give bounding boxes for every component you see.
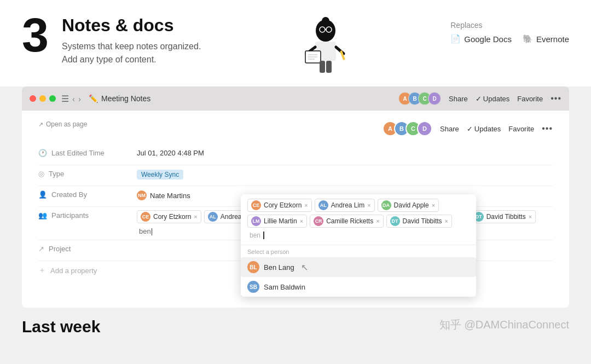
property-label-project: ↗ Project — [38, 244, 137, 253]
browser-actions: A B C D Share ✓ Updates Favorite ••• — [398, 92, 561, 105]
browser-title: ✏️ Meeting Notes — [89, 94, 150, 103]
tag-avatar: AL — [318, 200, 328, 210]
top-section: 3 Notes & docs Systems that keep notes o… — [0, 0, 591, 86]
remove-participant-icon[interactable]: × — [529, 213, 532, 220]
browser-page-title: Meeting Notes — [101, 94, 150, 103]
dropdown-tag-da[interactable]: DA David Apple × — [378, 199, 439, 212]
bottom-section: Last week 知乎 @DAMChinaConnect — [0, 308, 591, 346]
property-type: ◎ Type Weekly Sync — [38, 165, 553, 186]
content-share-button[interactable]: Share — [440, 125, 459, 133]
remove-icon[interactable]: × — [376, 218, 379, 224]
minimize-button[interactable] — [39, 95, 46, 102]
replaces-google-docs: 📄 Google Docs — [450, 34, 512, 44]
property-label-participants: 👥 Participants — [38, 210, 137, 219]
svg-point-4 — [322, 17, 329, 25]
remove-icon[interactable]: × — [367, 202, 370, 209]
content-updates-button[interactable]: ✓ Updates — [467, 125, 501, 133]
back-icon[interactable]: ‹ — [72, 94, 75, 103]
browser-avatar-group: A B C D — [398, 92, 441, 105]
property-label-type: ◎ Type — [38, 169, 137, 178]
close-button[interactable] — [30, 95, 36, 102]
text-cursor — [263, 232, 264, 239]
top-left: 3 Notes & docs Systems that keep notes o… — [22, 15, 201, 66]
dropdown-item-avatar: BL — [247, 261, 259, 273]
top-text: Notes & docs Systems that keep notes org… — [62, 15, 201, 66]
forward-icon[interactable]: › — [78, 94, 81, 103]
svg-rect-14 — [326, 61, 332, 73]
tag-avatar: CE — [251, 200, 261, 210]
participant-tag[interactable]: DT David Tibbitts × — [470, 210, 536, 223]
browser-share-button[interactable]: Share — [449, 95, 468, 103]
google-docs-icon: 📄 — [450, 34, 461, 44]
dropdown-search-input[interactable]: ben — [247, 230, 266, 240]
watermark: 知乎 @DAMChinaConnect — [439, 317, 569, 332]
participant-name: Cory Etzkorn — [153, 213, 191, 221]
section-subtitle: Systems that keep notes organized. Add a… — [62, 40, 201, 66]
remove-participant-icon[interactable]: × — [194, 213, 197, 220]
content-header-right: A B C D Share ✓ Updates Favorite ••• — [383, 121, 553, 136]
checkmark-icon: ✓ — [467, 125, 473, 133]
property-value-type: Weekly Sync — [137, 169, 553, 180]
dropdown-tag-ce[interactable]: CE Cory Etzkorn × — [247, 199, 312, 212]
dropdown-item-name: Sam Baldwin — [264, 283, 305, 291]
cursor-icon: ↖ — [301, 262, 308, 273]
group-icon: 👥 — [38, 211, 47, 219]
tag-avatar: DA — [381, 200, 391, 210]
avatar: D — [417, 121, 432, 136]
content-more-icon[interactable]: ••• — [542, 124, 553, 134]
dropdown-tag-cr[interactable]: CR Camille Ricketts × — [310, 215, 383, 228]
google-docs-label: Google Docs — [464, 34, 512, 44]
expand-icon: ↗ — [38, 121, 43, 128]
type-icon: ◎ — [38, 170, 44, 178]
page-icon: ✏️ — [89, 94, 98, 103]
property-value-last-edited: Jul 01, 2020 4:48 PM — [137, 148, 553, 157]
created-by-avatar: NM — [137, 190, 147, 200]
type-tag[interactable]: Weekly Sync — [137, 170, 183, 180]
dropdown-input: CE Cory Etzkorn × AL Andrea Lim × DA Dav… — [241, 194, 476, 245]
dropdown-item-sam-baldwin[interactable]: SB Sam Baldwin — [241, 277, 476, 297]
search-text[interactable]: ben — [137, 226, 154, 236]
dropdown-item-ben-lang[interactable]: BL Ben Lang ↖ — [241, 257, 476, 277]
replaces-evernote: 🐘 Evernote — [523, 34, 569, 44]
more-options-icon[interactable]: ••• — [551, 94, 561, 103]
browser-updates-button[interactable]: ✓ Updates — [476, 95, 509, 103]
traffic-lights — [30, 95, 56, 102]
maximize-button[interactable] — [49, 95, 56, 102]
person-icon: 👤 — [38, 190, 47, 199]
plus-icon: ＋ — [38, 265, 46, 275]
person-select-dropdown[interactable]: CE Cory Etzkorn × AL Andrea Lim × DA Dav… — [241, 194, 476, 297]
content-avatar-group: A B C D — [383, 121, 432, 136]
property-last-edited: 🕐 Last Edited Time Jul 01, 2020 4:48 PM — [38, 145, 553, 165]
remove-icon[interactable]: × — [300, 218, 303, 224]
checkmark-icon: ✓ — [476, 95, 482, 103]
dropdown-item-name: Ben Lang — [264, 263, 294, 271]
evernote-icon: 🐘 — [523, 34, 533, 44]
tag-avatar: LM — [251, 216, 261, 226]
browser-favorite-button[interactable]: Favorite — [517, 95, 543, 103]
svg-rect-13 — [320, 61, 325, 73]
remove-icon[interactable]: × — [304, 202, 308, 209]
hamburger-icon[interactable]: ☰ — [61, 94, 69, 104]
created-by-name: Nate Martins — [150, 192, 190, 200]
dropdown-tag-lm[interactable]: LM Lillie Martin × — [247, 215, 307, 228]
illustration — [296, 15, 356, 76]
remove-icon[interactable]: × — [432, 202, 435, 209]
participant-avatar: CE — [141, 212, 150, 222]
section-title: Notes & docs — [62, 15, 201, 36]
last-week-title: Last week — [22, 317, 100, 336]
dropdown-tag-dt[interactable]: DT David Tibbitts × — [386, 215, 452, 228]
browser-nav: ☰ ‹ › — [61, 94, 81, 104]
open-as-page-button[interactable]: ↗ Open as page — [38, 120, 87, 128]
avatar: D — [428, 92, 441, 105]
browser-chrome: ☰ ‹ › ✏️ Meeting Notes A B C D Share ✓ U… — [22, 86, 569, 111]
dropdown-section-label: Select a person — [241, 245, 476, 257]
arrow-icon: ↗ — [38, 245, 44, 253]
section-number: 3 — [22, 11, 49, 59]
participant-tag[interactable]: CE Cory Etzkorn × — [137, 210, 201, 223]
replaces-label: Replaces — [450, 21, 482, 30]
content-favorite-button[interactable]: Favorite — [508, 125, 534, 133]
evernote-label: Evernote — [536, 34, 569, 44]
clock-icon: 🕐 — [38, 149, 47, 157]
remove-icon[interactable]: × — [445, 218, 448, 224]
dropdown-tag-al[interactable]: AL Andrea Lim × — [315, 199, 375, 212]
